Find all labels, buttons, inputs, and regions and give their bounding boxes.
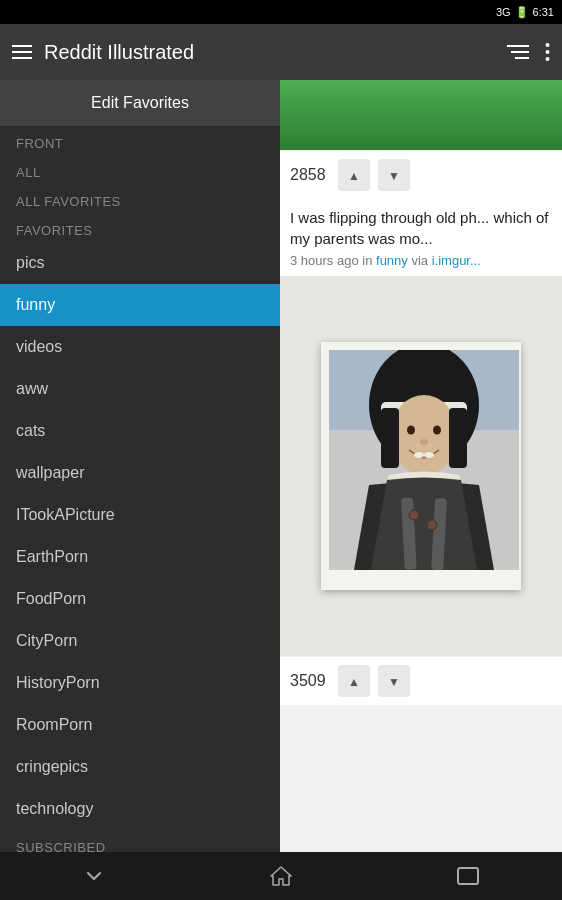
battery-icon: 🔋 [515,6,529,19]
sidebar-header-text: Edit Favorites [91,94,189,111]
post-subtitle-1: 3 hours ago in funny via i.imgur... [290,253,552,268]
app-bar-actions [507,42,550,62]
bottom-nav [0,852,562,900]
section-label-front: FRONT [0,126,280,155]
upvote-button-2[interactable] [338,665,370,697]
post-subreddit-1[interactable]: funny [376,253,408,268]
downvote-icon-1 [388,166,400,184]
svg-rect-11 [381,408,399,468]
menu-icon[interactable] [12,45,32,59]
downvote-icon-2 [388,672,400,690]
post-domain-1[interactable]: i.imgur... [432,253,481,268]
downvote-button-1[interactable] [378,159,410,191]
sidebar-item-itookapicture[interactable]: ITookAPicture [0,494,280,536]
sidebar-item-funny[interactable]: funny [0,284,280,326]
sidebar-item-foodporn[interactable]: FoodPorn [0,578,280,620]
sidebar-item-roomporn[interactable]: RoomPorn [0,704,280,746]
svg-rect-12 [449,408,467,468]
vote-count-2: 3509 [290,672,330,690]
svg-point-20 [409,510,419,520]
sidebar-item-cringepics[interactable]: cringepics [0,746,280,788]
post-image-green[interactable] [280,80,562,150]
sidebar-item-wallpaper[interactable]: wallpaper [0,452,280,494]
upvote-icon-1 [348,166,360,184]
svg-point-4 [546,50,550,54]
svg-point-13 [407,426,415,435]
time-display: 6:31 [533,6,554,18]
svg-point-10 [390,395,458,475]
back-button[interactable] [64,856,124,896]
sidebar-item-earthporn[interactable]: EarthPorn [0,536,280,578]
sidebar-item-videos[interactable]: videos [0,326,280,368]
section-label-favorites: FAVORITES [0,213,280,242]
svg-point-17 [420,439,428,445]
polaroid-frame [321,342,521,590]
sidebar-item-technology[interactable]: technology [0,788,280,830]
sidebar-item-cats[interactable]: cats [0,410,280,452]
vote-count-1: 2858 [290,166,330,184]
post-title-1[interactable]: I was flipping through old ph... which o… [290,207,552,249]
nun-photo [329,350,519,570]
svg-marker-22 [271,867,291,885]
section-label-all: ALL [0,155,280,184]
app-title: Reddit Illustrated [44,41,495,64]
post-time-1: 3 hours ago in [290,253,376,268]
svg-point-21 [427,520,437,530]
section-label-all-favorites: ALL FAVORITES [0,184,280,213]
svg-point-3 [546,43,550,47]
svg-point-15 [414,452,424,458]
sidebar-header: Edit Favorites [0,80,280,126]
post-content-1: I was flipping through old ph... which o… [280,199,562,276]
post-vote-row-2: 3509 [280,656,562,705]
downvote-button-2[interactable] [378,665,410,697]
status-bar: 3G 🔋 6:31 [0,0,562,24]
content-area: 2858 I was flipping through old ph... wh… [280,80,562,852]
sort-button[interactable] [507,43,529,61]
sidebar-item-aww[interactable]: aww [0,368,280,410]
main-area: Edit Favorites FRONT ALL ALL FAVORITES F… [0,80,562,852]
svg-point-14 [433,426,441,435]
post-card-1: 2858 I was flipping through old ph... wh… [280,80,562,705]
sidebar-item-cityporn[interactable]: CityPorn [0,620,280,662]
sidebar-item-historyporn[interactable]: HistoryPorn [0,662,280,704]
signal-icon: 3G [496,6,511,18]
section-label-subscribed: SUBSCRIBED [0,830,280,852]
post-vote-row-1: 2858 [280,150,562,199]
more-options-button[interactable] [545,42,550,62]
upvote-icon-2 [348,672,360,690]
post-image-nun[interactable] [280,276,562,656]
sidebar: Edit Favorites FRONT ALL ALL FAVORITES F… [0,80,280,852]
recent-apps-button[interactable] [438,856,498,896]
home-button[interactable] [251,856,311,896]
svg-point-16 [424,452,434,458]
svg-rect-23 [458,868,478,884]
svg-point-5 [546,57,550,61]
upvote-button-1[interactable] [338,159,370,191]
app-bar: Reddit Illustrated [0,24,562,80]
post-via-1: via [411,253,431,268]
sidebar-item-pics[interactable]: pics [0,242,280,284]
